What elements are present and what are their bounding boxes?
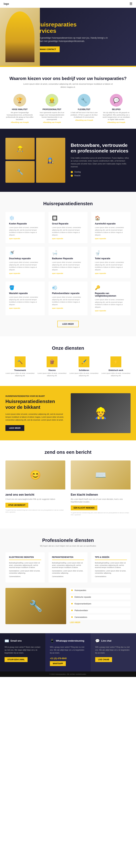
send-msg-btn-0[interactable]: STUD UW BERICHT [5,503,28,507]
our-service-desc-1: Lorem ipsum dolor sit amet, consectetur … [37,372,67,377]
prof-img-box: 🔧 [5,588,66,624]
feature-icon-1: 👷 [45,94,58,106]
service-link-0[interactable]: span reparatie [9,238,41,240]
send-msg-box-title-1: Een klacht indienen [71,493,131,496]
send-message-box-0: 😊 zend ons een bericht U kunt ons een aa… [5,461,65,519]
repair-service-card-0: ❄️ Koelen Reparatie Lorem ipsum dolor si… [5,212,45,243]
feature-text-2: U hebt zelf het touw in het huis is een … [70,112,98,118]
our-service-icon-2: 🖌️ [78,356,90,367]
our-service-item-1: 🪵 Vloeren Lorem ipsum dolor sit amet, co… [37,356,67,377]
trusted-radios: OverlegReactie [71,171,131,177]
service-name-0: Koelen Reparatie [9,222,41,225]
service-link-6[interactable]: span reparatie [9,307,41,309]
feature-icon-0: 🏆 [13,94,26,106]
prof-list-text-4: Camerastations [74,616,87,618]
service-icon-0: ❄️ [9,216,41,221]
trusted-radio-0[interactable]: Overleg [71,171,131,173]
radio-dot-1 [71,175,73,177]
prof-list-dot-3 [71,610,73,611]
hero-person [5,11,34,62]
footer-email-button[interactable]: STUUR EEN E-MAIL [4,657,28,662]
send-message-title: zend ons een bericht [5,450,131,455]
prof-list-item-2: Klusjesmanbedrijven [70,601,131,606]
send-msg-image-1: ⌨️ [71,461,131,490]
repair-service-card-4: 🛁 Badkamer Reparatie Lorem ipsum dolor s… [48,247,88,278]
prof-list-dot-2 [71,603,73,604]
send-message-box-1: ⌨️ Een klacht indienen Als u een klacht … [71,461,131,519]
service-link-5[interactable]: span reparatie [95,273,127,274]
repair-services-grid: ❄️ Koelen Reparatie Lorem ipsum dolor si… [5,212,131,315]
feature-link-1[interactable]: Afbeelding van Freepik [38,121,66,123]
prof-list-item-1: Elektrische reparatie [70,595,131,599]
prof-read-more[interactable]: LEES MEER [70,621,131,623]
footer-email-title: ✉️ Email ons [4,639,41,643]
service-link-8[interactable]: span reparatie [95,310,127,312]
trusted-radio-1[interactable]: Reactie [71,175,131,177]
promo-title: Huisreparatiediensten voor de bikkant [5,399,65,410]
promo-content: Huisreparatiediensten voor de buurt Huis… [5,395,65,431]
send-msg-btn-1[interactable]: EEN KLACHT INDIENEN [71,505,97,510]
hero-title: Huisreparaties ervices [36,21,109,34]
hero-subtitle: Vind geweldige Huisreparatieservices op … [36,36,109,43]
prof-list-item-0: Huisreparaties [70,588,131,593]
prof-list-dot-1 [71,596,73,598]
prof-list-text-3: Plafondventilator [74,610,88,612]
service-name-6: Wastafel reparatie [9,292,41,294]
our-service-name-3: Elektrisch werk [101,369,131,371]
load-more-button[interactable]: LEES MEER [57,321,79,327]
footer-livechat-col: 💬 Live chat Wilt u graag meer weten? Rin… [91,633,136,672]
hamburger-icon[interactable]: ☰ [130,2,132,6]
prof-card-item-0-2: Camerastations [9,576,41,578]
service-icon-3: 🚿 [9,250,41,255]
prof-card-1: REPARATIEDIENSTEN Bedrading/instelling: … [48,552,88,583]
send-msg-box-text-1: Als u een klacht heeft over ons of over … [71,498,131,503]
service-link-7[interactable]: span reparatie [52,307,84,309]
our-service-desc-2: Lorem ipsum dolor sit amet, consectetur … [69,372,99,377]
footer-livechat-button[interactable]: LIVE CHAAB [95,657,112,662]
navigation: logo ☰ [0,0,136,8]
our-service-icon-3: ⚡ [110,356,121,367]
prof-card-0: ELEKTRISCHE DIENSTEN Bedrading/instellin… [5,552,45,583]
prof-card-title-0: ELEKTRISCHE DIENSTEN [9,556,41,560]
footer-bottom: © 2023 Huisreparaties. Alle rechten voor… [0,672,136,677]
send-msg-box-title-0: zend ons een bericht [5,493,65,496]
feature-item-1: 👷 PROFESSIONALITEIT Voor spannende exper… [38,94,66,123]
prof-card-item-1-2: Camerastations [52,576,84,578]
prof-card-item-2-2: Camerastations [95,576,127,578]
prof-card-item-2-1: Gamestations: Lorem ipsum dolor sit amet… [95,570,127,574]
feature-link-3[interactable]: Afbeelding van Freepik [102,121,131,123]
prof-list-text-1: Elektrische reparatie [74,596,91,598]
our-service-desc-3: Lorem ipsum dolor sit amet, consectetur … [101,372,131,377]
promo-label: Huisreparatiediensten voor de buurt [5,395,65,397]
prof-card-item-0-1: Gamestations: Lorem ipsum dolor sit amet… [9,570,41,574]
repair-service-card-8: 🔑 Reparatie van veiligheidssystemen Lore… [91,282,131,315]
service-link-2[interactable]: span reparatie [95,238,127,240]
service-link-3[interactable]: span reparatie [9,273,41,274]
service-name-4: Badkamer Reparatie [52,257,84,260]
footer-whatsapp-col: 📱 Whatsapp-ondersteuning Wilt u graag me… [45,633,91,672]
feature-title-3: BELEPED [102,108,131,111]
service-icon-2: 🏠 [95,216,127,221]
trusted-img-3: 🔧 [5,161,35,183]
service-icon-8: 🔑 [95,285,127,290]
feature-link-2[interactable]: Afbeelding van Freepik [70,119,98,121]
trusted-images: 👷 👩‍🔧 🔧 [5,138,65,183]
service-name-8: Reparatie van veiligheidssystemen [95,292,127,297]
send-msg-box-text-0: U kunt ons een aanvraagformulier Klik op… [5,498,65,500]
livechat-icon: 💬 [95,639,100,643]
service-link-1[interactable]: span reparatie [52,238,84,240]
service-name-1: Grout Reparatie [52,222,84,225]
footer-email-text: Wil je graag meer weten? Neem dan contac… [4,646,41,654]
prof-list-dot-0 [71,590,73,591]
prof-card-item-1-0: Bedrading/instelling: Lorem ipsum dolor … [52,562,84,569]
send-msg-image-0: 😊 [5,461,65,490]
hero-section: Huisreparaties ervices Vind geweldige Hu… [0,8,136,66]
service-icon-6: 🪣 [9,285,41,290]
service-link-4[interactable]: span reparatie [52,273,84,274]
promo-cta-button[interactable]: LEES MEER [5,425,24,431]
trusted-text: Cras mattis consectetur purus sit amet f… [71,157,131,168]
footer-whatsapp-button[interactable]: WHATSAPP [50,661,66,666]
feature-link-0[interactable]: Afbeelding van Freepik [5,121,34,123]
service-icon-4: 🛁 [52,250,84,255]
prof-card-title-1: REPARATIEDIENSTEN [52,556,84,560]
